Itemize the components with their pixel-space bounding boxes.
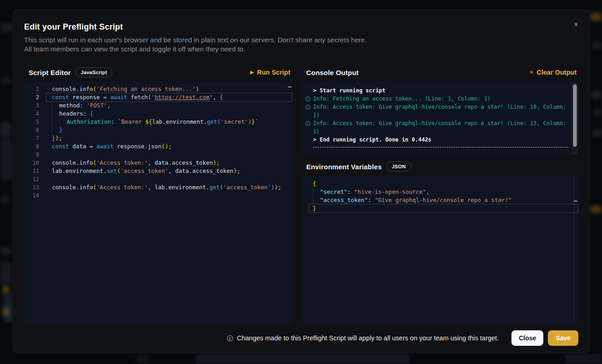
- backdrop-blur-shape: [196, 354, 410, 364]
- code-line[interactable]: 10console.info('Access token:', data.acc…: [24, 159, 292, 167]
- line-number: 13: [24, 183, 46, 192]
- backdrop-blur-shape: [593, 109, 602, 116]
- line-number: 3: [24, 101, 46, 110]
- modal-description-line2: All team members can view the script and…: [24, 45, 578, 54]
- close-icon[interactable]: ×: [572, 19, 580, 30]
- clear-icon: ×: [530, 69, 533, 76]
- line-number: 9: [24, 151, 46, 159]
- line-number: 12: [24, 175, 46, 183]
- javascript-badge: JavaScript: [76, 67, 113, 77]
- backdrop-blur-shape: [0, 248, 12, 254]
- backdrop-blur-shape: [0, 24, 14, 31]
- line-number: 5: [24, 118, 46, 126]
- backdrop-blur-shape: [0, 122, 11, 137]
- line-number: 8: [24, 142, 46, 151]
- preflight-script-modal: × Edit your Preflight Script This script…: [13, 9, 590, 353]
- footer-note-text: Changes made to this Preflight Script wi…: [237, 334, 499, 342]
- console-scrollbar[interactable]: [572, 83, 578, 154]
- code-line[interactable]: 7});: [24, 134, 292, 142]
- line-number: 2: [24, 93, 46, 101]
- footer-note: i Changes made to this Preflight Script …: [227, 334, 499, 342]
- line-number: 11: [24, 167, 46, 175]
- env-variables-title: Environment Variables: [306, 163, 382, 171]
- code-line[interactable]: 4 headers: {: [24, 110, 292, 118]
- info-icon: i: [305, 96, 310, 101]
- code-line[interactable]: 14: [24, 192, 292, 200]
- code-line[interactable]: 8const data = await response.json();: [24, 142, 292, 151]
- backdrop-blur-shape: [0, 196, 10, 203]
- run-script-label: Run Script: [257, 69, 290, 76]
- modal-title: Edit your Preflight Script: [24, 22, 578, 32]
- info-icon: i: [227, 335, 233, 341]
- code-line[interactable]: 3 method: 'POST',: [24, 101, 292, 110]
- console-line: > End running script. Done in 0.442s: [305, 136, 568, 144]
- code-line[interactable]: 6 }: [24, 126, 292, 134]
- save-button[interactable]: Save: [548, 330, 578, 346]
- code-line[interactable]: 12: [24, 175, 292, 183]
- backdrop-blur-shape: [592, 130, 602, 136]
- code-line[interactable]: 9: [24, 151, 292, 159]
- line-number: 6: [24, 126, 46, 134]
- code-line[interactable]: 5 Authorization: `Bearer ${lab.environme…: [24, 118, 292, 126]
- backdrop-blur-shape: [0, 262, 12, 284]
- console-line: > Start running script: [305, 86, 568, 95]
- close-button[interactable]: Close: [511, 330, 543, 346]
- backdrop-blur-shape: [137, 355, 149, 364]
- modal-description-line1: This script will run in each user's brow…: [24, 35, 578, 45]
- script-editor[interactable]: 1console.info('Fetching an access token.…: [24, 82, 292, 324]
- script-editor-title: Script Editor: [29, 69, 71, 76]
- line-number: 14: [24, 192, 46, 200]
- code-line[interactable]: }: [302, 204, 578, 212]
- console-scrollbar-thumb[interactable]: [573, 84, 577, 147]
- line-number: 10: [24, 159, 46, 167]
- backdrop-blur-shape: [566, 354, 602, 364]
- info-icon: i: [305, 105, 310, 110]
- run-script-button[interactable]: ▶ Run Script: [249, 67, 291, 78]
- play-icon: ▶: [250, 70, 254, 75]
- modal-description: This script will run in each user's brow…: [24, 35, 578, 54]
- code-line[interactable]: "access_token": "Give graphql-hive/conso…: [302, 196, 578, 204]
- line-number: 4: [24, 110, 46, 118]
- clear-output-label: Clear Output: [536, 69, 577, 76]
- backdrop-blur-shape: [0, 77, 12, 84]
- console-line: iInfo: Access token: Give graphql-hive/c…: [305, 103, 568, 119]
- backdrop-blur-shape: [590, 13, 602, 21]
- line-number: 1: [24, 85, 46, 93]
- console-line: iInfo: Fetching an access token... (Line…: [305, 95, 568, 103]
- code-line[interactable]: {: [302, 180, 578, 188]
- code-line[interactable]: 2const response = await fetch('https://t…: [24, 93, 292, 101]
- code-line[interactable]: 11lab.environment.set('access_token', da…: [24, 167, 292, 175]
- line-number: 7: [24, 134, 46, 142]
- env-variables-editor[interactable]: { "secret": "hive-is-open-source", "acce…: [302, 176, 578, 324]
- backdrop-blur-shape: [591, 91, 602, 98]
- backdrop-blur-shape: [592, 42, 602, 48]
- backdrop-blur-shape: [590, 206, 602, 213]
- info-icon: i: [305, 121, 310, 126]
- clear-output-button[interactable]: × Clear Output: [529, 67, 577, 78]
- backdrop-blur-shape: [0, 139, 13, 180]
- console-output-title: Console Output: [306, 69, 359, 76]
- code-line[interactable]: 13console.info('Access token:', lab.envi…: [24, 183, 292, 192]
- backdrop-blur-shape: [3, 286, 9, 294]
- console-line: iInfo: Access token: Give graphql-hive/c…: [305, 119, 568, 136]
- code-line[interactable]: 1console.info('Fetching an access token.…: [24, 85, 292, 93]
- backdrop-blur-shape: [3, 308, 9, 316]
- console-output[interactable]: > Start running scriptiInfo: Fetching an…: [302, 82, 578, 155]
- json-badge: JSON: [386, 162, 411, 172]
- code-line[interactable]: "secret": "hive-is-open-source",: [302, 188, 578, 196]
- console-separator: [313, 147, 568, 147]
